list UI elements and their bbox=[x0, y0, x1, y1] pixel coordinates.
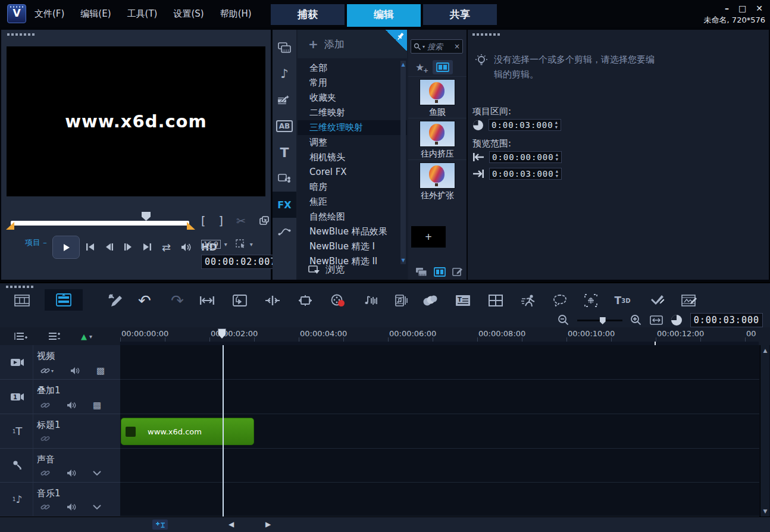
track-header-voice[interactable]: 声音 bbox=[0, 449, 120, 483]
mask-lasso-icon[interactable] bbox=[551, 292, 569, 309]
panel-drag-handle[interactable] bbox=[472, 33, 500, 36]
selection-tool-icon[interactable] bbox=[236, 239, 246, 249]
title-library-icon[interactable]: T bbox=[273, 139, 296, 165]
trim-end-handle[interactable] bbox=[187, 222, 195, 230]
category-item[interactable]: 收藏夹 bbox=[298, 90, 407, 105]
tab-edit[interactable]: 编辑 bbox=[347, 4, 421, 25]
zoom-slider-handle[interactable] bbox=[600, 317, 606, 324]
undo-button[interactable]: ↶ bbox=[136, 292, 154, 309]
category-item[interactable]: 暗房 bbox=[298, 180, 407, 195]
link-chevron-icon[interactable]: ▾ bbox=[51, 368, 54, 374]
loop-playback-icon[interactable]: ⇄ bbox=[162, 241, 171, 254]
scroll-right-button[interactable]: ▶ bbox=[265, 520, 271, 528]
category-item[interactable]: Corel FX bbox=[298, 165, 407, 180]
filter-thumbnail-pinch[interactable]: 往内挤压 bbox=[408, 118, 467, 159]
menu-tools[interactable]: 工具(T) bbox=[127, 8, 158, 20]
track-header-video[interactable]: 视频 ▾ ▩ bbox=[0, 345, 120, 380]
search-input[interactable] bbox=[426, 42, 453, 52]
menu-edit[interactable]: 编辑(E) bbox=[80, 8, 111, 20]
region-behavior-icon[interactable] bbox=[231, 292, 249, 309]
menu-settings[interactable]: 设置(S) bbox=[173, 8, 204, 20]
pin-panel-corner[interactable] bbox=[386, 30, 407, 51]
link-icon[interactable] bbox=[40, 503, 50, 511]
scroll-up-icon[interactable]: ▲ bbox=[760, 348, 770, 353]
tab-share[interactable]: 共享 bbox=[423, 4, 497, 25]
category-item[interactable]: 调整 bbox=[298, 135, 407, 150]
category-item-active[interactable]: 三维纹理映射 bbox=[298, 120, 407, 135]
track-manager-icon[interactable] bbox=[14, 331, 27, 341]
library-list-view-icon[interactable] bbox=[434, 267, 446, 277]
scroll-left-button[interactable]: ◀ bbox=[229, 520, 234, 528]
track-transparency-icon[interactable]: ▩ bbox=[96, 365, 105, 376]
link-icon[interactable] bbox=[40, 469, 50, 477]
mark-out-button[interactable]: ] bbox=[218, 214, 223, 227]
graphics-library-icon[interactable] bbox=[273, 165, 296, 192]
filters-library-icon[interactable]: FX bbox=[273, 192, 296, 218]
add-remove-track-icon[interactable] bbox=[48, 331, 61, 341]
search-clear-icon[interactable]: × bbox=[454, 42, 460, 51]
timeline-timecode[interactable]: 0:00:03:000 bbox=[690, 313, 763, 327]
play-button[interactable] bbox=[52, 236, 80, 259]
audio-library-icon[interactable]: ♪ bbox=[273, 61, 296, 87]
volume-icon[interactable] bbox=[181, 243, 191, 252]
zoom-in-icon[interactable] bbox=[630, 314, 642, 326]
preview-timecode[interactable]: 00:00:02:007 bbox=[201, 255, 280, 269]
add-to-favorites-icon[interactable]: ★+ bbox=[415, 61, 424, 73]
record-capture-icon[interactable] bbox=[329, 292, 347, 309]
track-header-title[interactable]: 1T 标题1 bbox=[0, 414, 120, 449]
category-item[interactable]: 二维映射 bbox=[298, 105, 407, 120]
waveform-toggle-icon[interactable] bbox=[93, 505, 101, 509]
go-to-start-icon[interactable] bbox=[86, 243, 95, 251]
category-item[interactable]: 常用 bbox=[298, 76, 407, 90]
mute-track-icon[interactable] bbox=[67, 503, 76, 511]
blend-circles-icon[interactable] bbox=[421, 292, 439, 309]
redo-button[interactable]: ↷ bbox=[168, 292, 186, 309]
link-icon[interactable]: ▾ bbox=[40, 367, 54, 375]
split-clip-scissors-button[interactable]: ✂ bbox=[236, 214, 246, 227]
next-frame-icon[interactable] bbox=[124, 243, 133, 251]
mark-in-button[interactable]: [ bbox=[201, 214, 205, 227]
library-media-view-icon[interactable] bbox=[415, 267, 427, 277]
transitions-library-icon[interactable]: AB bbox=[273, 113, 296, 139]
category-item[interactable]: NewBlue 精选 I bbox=[298, 239, 407, 254]
scroll-down-icon[interactable]: ▼ bbox=[760, 508, 770, 514]
motion-runner-icon[interactable] bbox=[519, 292, 537, 309]
split-clip-icon[interactable] bbox=[264, 292, 281, 309]
trim-start-handle[interactable] bbox=[6, 222, 14, 230]
tools-icon[interactable] bbox=[106, 292, 124, 309]
range-start-field[interactable]: 0:00:00:000▲▼ bbox=[489, 151, 562, 163]
project-duration-field[interactable]: 0:00:03:000▲▼ bbox=[489, 119, 561, 131]
scroll-down-icon[interactable]: ▼ bbox=[400, 258, 406, 263]
show-in-timeline-toggle[interactable] bbox=[433, 60, 453, 74]
minimize-button[interactable]: – bbox=[725, 4, 729, 13]
add-track-button[interactable] bbox=[152, 520, 168, 530]
menu-file[interactable]: 文件(F) bbox=[35, 8, 64, 20]
timeline-vertical-scrollbar[interactable]: ▲ ▼ bbox=[760, 345, 769, 517]
link-icon[interactable] bbox=[40, 401, 50, 409]
selection-chevron-icon[interactable]: ▾ bbox=[250, 241, 253, 248]
scrubber-bar[interactable] bbox=[11, 221, 189, 226]
category-item[interactable]: 全部 bbox=[298, 61, 407, 76]
panel-drag-handle[interactable] bbox=[6, 286, 33, 288]
zoom-out-icon[interactable] bbox=[558, 314, 569, 326]
timeline-playhead-line[interactable] bbox=[223, 345, 224, 517]
sound-mixer-icon[interactable] bbox=[362, 292, 380, 309]
overlay-track-lane[interactable] bbox=[120, 380, 759, 414]
link-icon[interactable] bbox=[40, 434, 50, 443]
video-track-lane[interactable] bbox=[120, 345, 759, 380]
menu-help[interactable]: 帮助(H) bbox=[220, 8, 252, 20]
motion-path-library-icon[interactable] bbox=[273, 218, 296, 244]
instant-project-icon[interactable] bbox=[273, 87, 296, 113]
auto-music-icon[interactable] bbox=[393, 292, 411, 309]
search-box[interactable]: ▾ × bbox=[411, 39, 463, 54]
panel-drag-handle[interactable] bbox=[7, 33, 35, 36]
category-item[interactable]: NewBlue 样品效果 bbox=[298, 224, 407, 239]
fit-timeline-icon[interactable] bbox=[650, 315, 663, 325]
scroll-up-icon[interactable]: ▲ bbox=[400, 62, 406, 67]
mute-track-icon[interactable] bbox=[67, 469, 76, 477]
subtitle-editor-icon[interactable]: T bbox=[454, 292, 472, 309]
music-track-lane[interactable] bbox=[120, 483, 759, 517]
timeline-ruler[interactable]: 00:00:00:00 00:00:02:00 00:00:04:00 00:0… bbox=[120, 327, 759, 342]
add-filter-tile[interactable]: + bbox=[411, 226, 446, 248]
category-item[interactable]: 焦距 bbox=[298, 195, 407, 209]
